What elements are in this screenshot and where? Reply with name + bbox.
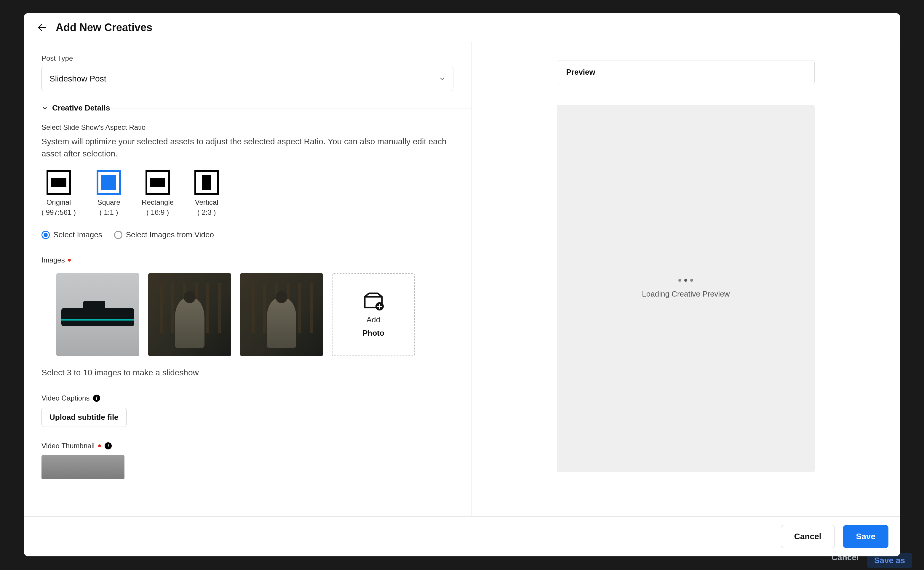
aspect-ratio-label: Select Slide Show's Aspect Ratio [41,123,454,132]
back-arrow-icon[interactable] [37,22,48,33]
radio-select-images-from-video[interactable]: Select Images from Video [114,230,214,239]
creative-details-title: Creative Details [52,103,110,113]
images-label: Images [41,256,65,264]
info-icon[interactable]: i [104,442,112,449]
video-thumbnail-label: Video Thumbnail [41,442,95,450]
post-type-value: Slideshow Post [49,74,106,84]
modal-header: Add New Creatives [24,13,900,42]
post-type-select[interactable]: Slideshow Post [41,67,454,91]
aspect-ratio-row: Original ( 997:561 ) Square ( 1:1 ) Rect… [41,170,454,216]
images-thumbnail-row: Add Photo [41,273,454,356]
right-panel: Preview Loading Creative Preview [472,42,900,516]
modal-body: Post Type Slideshow Post Creative Detail… [24,42,900,516]
left-panel: Post Type Slideshow Post Creative Detail… [24,42,472,516]
required-dot-icon [68,259,71,262]
required-dot-icon [98,444,101,447]
loading-text: Loading Creative Preview [642,290,729,299]
add-photo-text-1: Add [366,315,380,325]
image-thumbnail-3[interactable] [240,273,323,356]
creative-details-header[interactable]: Creative Details [41,103,454,113]
add-creatives-modal: Add New Creatives Post Type Slideshow Po… [24,13,900,556]
save-button[interactable]: Save [843,525,889,548]
image-thumbnail-2[interactable] [148,273,231,356]
cancel-button[interactable]: Cancel [781,525,835,548]
images-label-row: Images [41,256,454,264]
radio-select-images[interactable]: Select Images [41,230,102,239]
image-thumbnail-1[interactable] [56,273,139,356]
aspect-original[interactable]: Original ( 997:561 ) [41,170,76,216]
chevron-down-icon [439,75,445,82]
video-thumbnail-preview[interactable] [41,455,124,479]
radio-icon [114,231,123,239]
modal-footer: Cancel Save [24,516,900,556]
add-photo-icon [362,291,385,311]
modal-title: Add New Creatives [56,21,152,34]
aspect-vertical[interactable]: Vertical ( 2:3 ) [195,170,219,216]
video-captions-label: Video Captions [41,394,89,402]
image-source-row: Select Images Select Images from Video [41,230,454,239]
radio-icon [41,231,50,239]
upload-subtitle-button[interactable]: Upload subtitle file [41,408,127,427]
preview-header-card: Preview [557,60,815,84]
add-photo-button[interactable]: Add Photo [332,273,415,356]
video-thumbnail-label-row: Video Thumbnail i [41,442,454,450]
preview-area: Loading Creative Preview [557,105,815,472]
post-type-label: Post Type [41,54,454,63]
aspect-rectangle[interactable]: Rectangle ( 16:9 ) [142,170,174,216]
aspect-square[interactable]: Square ( 1:1 ) [97,170,121,216]
loading-dots-icon [678,279,693,282]
video-captions-label-row: Video Captions i [41,394,454,402]
aspect-ratio-help: System will optimize your selected asset… [41,136,451,160]
section-caret-icon [41,105,48,111]
info-icon[interactable]: i [93,395,100,402]
add-photo-text-2: Photo [362,329,385,338]
images-hint: Select 3 to 10 images to make a slidesho… [41,368,454,377]
